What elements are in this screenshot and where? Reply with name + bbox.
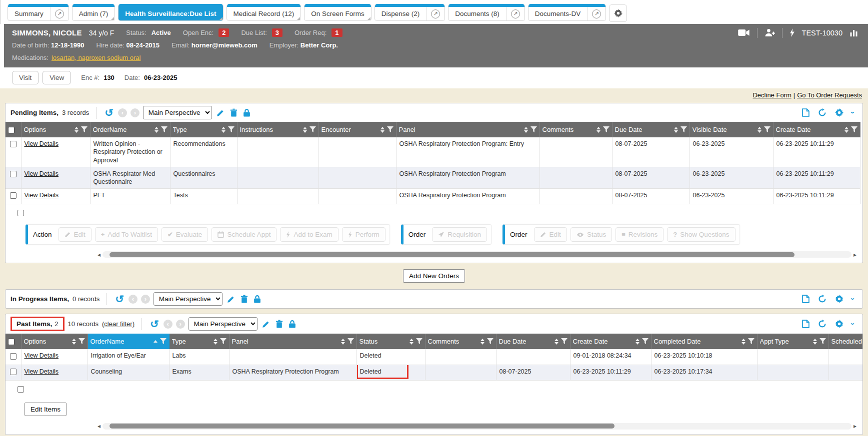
sort-icon[interactable] (380, 127, 384, 133)
order-edit-button[interactable]: Edit (534, 227, 567, 242)
scroll-right-arrow[interactable]: ▸ (852, 252, 858, 258)
undo-icon[interactable]: ↺ (149, 319, 160, 329)
new-document-icon[interactable] (801, 295, 810, 303)
sort-icon[interactable] (480, 339, 484, 345)
tab-documents[interactable]: Documents (8) ↗ (448, 4, 525, 21)
row-checkbox[interactable] (18, 386, 24, 393)
undo-icon[interactable]: ↺ (114, 294, 125, 304)
collapse-chevron-icon[interactable]: › (849, 110, 858, 115)
edit-items-button[interactable]: Edit Items (24, 403, 66, 416)
col-comments[interactable]: Comments (425, 334, 496, 349)
sort-icon[interactable] (524, 127, 528, 133)
perspective-select[interactable]: Main Perspective (154, 292, 222, 306)
tab-settings-button[interactable] (609, 4, 627, 22)
row-checkbox[interactable] (10, 353, 16, 360)
go-to-order-requests-link[interactable]: Go To Order Requests (797, 91, 862, 99)
col-instructions[interactable]: Instructions (237, 122, 318, 137)
col-due-date[interactable]: Due Date (496, 334, 570, 349)
filter-icon[interactable] (348, 338, 354, 345)
sort-icon[interactable] (674, 127, 678, 133)
sort-icon[interactable] (303, 127, 307, 133)
tab-medical-record[interactable]: Medical Record (12) (226, 4, 302, 21)
col-panel[interactable]: Panel (396, 122, 540, 137)
sort-icon[interactable] (596, 127, 600, 133)
col-comments[interactable]: Comments (540, 122, 612, 137)
collapse-chevron-icon[interactable]: › (849, 322, 858, 326)
sort-icon[interactable] (410, 339, 414, 345)
settings-gear-icon[interactable] (834, 295, 844, 303)
filter-icon[interactable] (851, 126, 858, 133)
tab-label[interactable]: Dispense (2) (375, 7, 426, 20)
filter-icon[interactable] (310, 126, 316, 133)
lightning-icon[interactable] (788, 28, 796, 37)
col-options[interactable]: Options (21, 334, 88, 349)
due-list-badge[interactable]: 3 (272, 28, 282, 37)
new-document-icon[interactable] (801, 108, 810, 117)
row-checkbox[interactable] (10, 192, 16, 199)
sort-icon[interactable] (154, 127, 158, 133)
add-to-exam-button[interactable]: Add to Exam (280, 227, 338, 242)
col-panel[interactable]: Panel (229, 334, 356, 349)
col-due-date[interactable]: Due Date (612, 122, 690, 137)
edit-perspective-pencil-icon[interactable] (226, 295, 236, 303)
scrollbar-thumb[interactable] (110, 424, 614, 429)
filter-icon[interactable] (78, 338, 85, 345)
add-new-orders-button[interactable]: Add New Orders (403, 269, 465, 283)
filter-icon[interactable] (680, 126, 687, 133)
select-all-checkbox[interactable] (8, 127, 14, 133)
filter-icon[interactable] (387, 126, 394, 133)
tab-label[interactable]: Documents-DV (528, 7, 588, 20)
col-create-date[interactable]: Create Date (773, 122, 860, 137)
next-perspective-icon[interactable]: › (130, 108, 140, 117)
sort-icon[interactable] (72, 339, 76, 345)
sort-icon[interactable] (554, 339, 558, 345)
prev-perspective-icon[interactable]: ‹ (164, 320, 172, 329)
row-checkbox[interactable] (10, 369, 16, 375)
add-to-waitlist-button[interactable]: +Add To Waitlist (95, 227, 158, 242)
filter-icon[interactable] (530, 126, 537, 133)
open-enc-badge[interactable]: 2 (218, 28, 229, 37)
view-details-link[interactable]: View Details (24, 192, 59, 199)
prev-perspective-icon[interactable]: ‹ (118, 108, 127, 117)
sort-icon[interactable] (341, 339, 345, 345)
settings-gear-icon[interactable] (834, 108, 844, 117)
flowsheet-chart-icon[interactable] (848, 29, 860, 36)
col-encounter[interactable]: Encounter (318, 122, 396, 137)
filter-icon[interactable] (642, 338, 648, 345)
filter-icon[interactable] (748, 338, 754, 345)
tab-label[interactable]: Medical Record (12) (227, 7, 301, 20)
lock-perspective-icon[interactable] (288, 320, 297, 328)
filter-icon[interactable] (487, 338, 494, 345)
sort-icon[interactable] (222, 127, 226, 133)
visit-button[interactable]: Visit (12, 71, 38, 84)
refresh-icon[interactable] (817, 108, 828, 117)
decline-form-link[interactable]: Decline Form (752, 91, 791, 99)
delete-perspective-trash-icon[interactable] (240, 295, 249, 303)
delete-perspective-trash-icon[interactable] (274, 320, 284, 328)
refresh-icon[interactable] (817, 320, 828, 328)
status-button[interactable]: Status (570, 227, 612, 242)
medications-links[interactable]: losartan, naproxen sodium oral (52, 54, 141, 61)
sort-icon[interactable] (813, 339, 817, 345)
filter-icon[interactable] (603, 126, 610, 133)
filter-icon[interactable] (160, 338, 166, 345)
tab-documents-dv[interactable]: Documents-DV ↗ (528, 4, 606, 21)
col-create-date[interactable]: Create Date (570, 334, 651, 349)
scroll-right-arrow[interactable]: ▸ (852, 423, 858, 429)
scroll-left-arrow[interactable]: ◂ (96, 252, 102, 258)
view-details-link[interactable]: View Details (24, 140, 59, 147)
open-in-new-window-button[interactable]: ↗ (506, 7, 524, 20)
sort-icon[interactable] (636, 339, 640, 345)
row-checkbox[interactable] (10, 141, 16, 147)
refresh-icon[interactable] (817, 295, 828, 303)
schedule-appt-button[interactable]: Schedule Appt (212, 227, 276, 242)
collapse-chevron-icon[interactable]: › (849, 297, 858, 301)
filter-icon[interactable] (416, 338, 422, 345)
next-perspective-icon[interactable]: › (176, 320, 185, 329)
add-person-icon[interactable] (764, 28, 776, 37)
tab-label[interactable]: Admin (7) (72, 7, 115, 20)
sort-icon[interactable] (742, 339, 746, 345)
view-details-link[interactable]: View Details (24, 352, 59, 359)
settings-gear-icon[interactable] (834, 320, 844, 328)
perspective-select[interactable]: Main Perspective (188, 317, 258, 331)
